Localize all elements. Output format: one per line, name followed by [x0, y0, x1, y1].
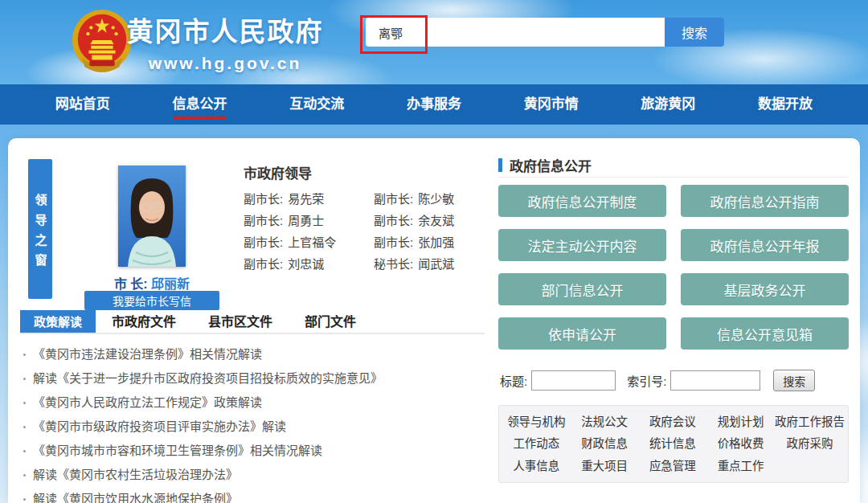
info-panel-title: 政府信息公开 — [510, 155, 592, 175]
title-search-label: 标题: — [500, 372, 527, 389]
official-name-link[interactable]: 上官福令 — [288, 235, 336, 250]
doc-tab[interactable]: 市政府文件 — [96, 310, 192, 333]
doc-tab[interactable]: 县市区文件 — [192, 310, 289, 333]
site-title: 黄冈市人民政府 — [125, 10, 326, 49]
index-number-input[interactable] — [670, 370, 760, 391]
quick-link[interactable]: 财政信息 — [571, 436, 639, 452]
quick-link[interactable]: 统计信息 — [639, 436, 707, 452]
nav-item[interactable]: 互动交流 — [283, 84, 350, 125]
page: 黄冈市人民政府 www.hg.gov.cn 搜索 网站首页 信息公开 互动交流 … — [0, 0, 868, 503]
article-link[interactable]: 解读《黄冈市饮用水水源地保护条例》 — [22, 487, 486, 503]
index-search-row: 标题: 索引号: 搜索 — [500, 370, 849, 391]
quick-link[interactable]: 政府工作报告 — [775, 414, 845, 430]
main-content: 领导之窗 — [8, 138, 860, 503]
nav-item[interactable]: 数据开放 — [751, 84, 819, 125]
doc-tab[interactable]: 政策解读 — [20, 310, 96, 333]
official-name-link[interactable]: 张加强 — [418, 235, 454, 250]
info-disclosure-button[interactable]: 信息公开意见箱 — [681, 317, 849, 350]
main-nav: 网站首页 信息公开 互动交流 办事服务 黄冈市情 旅游黄冈 数据开放 — [0, 84, 868, 125]
header-search-input[interactable] — [366, 18, 665, 47]
info-disclosure-button[interactable]: 政府信息公开年报 — [681, 229, 849, 261]
official-name-link[interactable]: 余友斌 — [418, 214, 454, 228]
official-name-link[interactable]: 刘忠诚 — [288, 257, 324, 272]
title-search-input[interactable] — [531, 370, 616, 391]
official-name-link[interactable]: 闻武斌 — [418, 257, 454, 272]
official-name-link[interactable]: 易先荣 — [288, 192, 324, 207]
official-title: 副市长: — [244, 214, 283, 228]
index-search-button[interactable]: 搜索 — [773, 370, 815, 391]
info-button-grid: 政府信息公开制度 政府信息公开指南 法定主动公开内容 政府信息公开年报 部门信息… — [498, 185, 849, 350]
info-disclosure-button[interactable]: 政府信息公开制度 — [498, 185, 666, 217]
leaders-grid: 副市长: 易先荣 副市长: 陈少敏 副市长: 周勇士 — [244, 192, 485, 272]
official-name-link[interactable]: 陈少敏 — [418, 192, 454, 207]
panel-divider — [498, 177, 849, 178]
leader-window-tab[interactable]: 领导之窗 — [28, 159, 52, 299]
document-tabs: 政策解读 市政府文件 县市区文件 部门文件 — [20, 310, 485, 334]
quick-link[interactable]: 人事信息 — [502, 458, 571, 474]
official-entry: 副市长: 张加强 — [374, 235, 485, 250]
quick-link[interactable]: 政府会议 — [639, 414, 707, 430]
quick-link[interactable]: 规划计划 — [706, 414, 775, 430]
nav-item[interactable]: 网站首页 — [49, 84, 117, 125]
header-accent-bar — [498, 158, 502, 172]
article-link[interactable]: 《黄冈市城市市容和环境卫生管理条例》相关情况解读 — [22, 439, 486, 463]
official-entry: 副市长: 陈少敏 — [374, 192, 485, 207]
official-title: 副市长: — [244, 235, 283, 250]
write-to-mayor-button[interactable]: 我要给市长写信 — [84, 291, 219, 310]
info-disclosure-button[interactable]: 依申请公开 — [498, 317, 666, 350]
official-title: 副市长: — [374, 214, 413, 228]
doc-tab[interactable]: 部门文件 — [289, 310, 372, 333]
info-disclosure-button[interactable]: 基层政务公开 — [681, 273, 849, 305]
info-panel-header: 政府信息公开 — [498, 155, 592, 175]
header-search-button[interactable]: 搜索 — [665, 18, 724, 47]
official-entry: 副市长: 上官福令 — [244, 235, 374, 250]
mayor-line: 市 长: 邱丽新 — [64, 273, 240, 292]
article-link[interactable]: 解读《关于进一步提升市区政府投资项目招投标质效的实施意见》 — [22, 366, 486, 391]
official-name-link[interactable]: 周勇士 — [288, 214, 324, 228]
official-entry: 副市长: 易先荣 — [244, 192, 374, 207]
quick-link[interactable]: 价格收费 — [706, 436, 775, 452]
quick-link[interactable]: 领导与机构 — [502, 414, 571, 430]
mayor-label: 市 长: — [114, 277, 148, 291]
official-entry: 副市长: 余友斌 — [374, 214, 485, 228]
official-entry: 副市长: 周勇士 — [244, 214, 374, 228]
info-disclosure-button[interactable]: 政府信息公开指南 — [681, 185, 849, 217]
quick-link[interactable]: 重点工作 — [706, 458, 775, 474]
official-title: 副市长: — [244, 257, 283, 272]
quick-links-panel: 领导与机构 法规公文 政府会议 规划计划 政府工作报告 工作动态 财政信息 统计… — [498, 405, 849, 483]
header-search: 搜索 — [366, 18, 724, 47]
mayor-photo[interactable] — [118, 166, 186, 267]
article-link[interactable]: 解读《黄冈市农村生活垃圾治理办法》 — [22, 463, 486, 487]
quick-link[interactable]: 政府采购 — [775, 436, 845, 452]
quick-link[interactable]: 应急管理 — [639, 458, 707, 474]
leaders-section-title: 市政府领导 — [244, 162, 485, 182]
official-title: 副市长: — [244, 192, 283, 207]
index-number-label: 索引号: — [627, 372, 666, 389]
quick-link[interactable]: 工作动态 — [502, 436, 571, 452]
quick-link[interactable]: 重大项目 — [571, 458, 639, 474]
mayor-name-link[interactable]: 邱丽新 — [151, 277, 190, 291]
official-entry: 秘书长: 闻武斌 — [374, 257, 485, 272]
nav-item[interactable]: 黄冈市情 — [518, 84, 585, 125]
official-entry: 副市长: 刘忠诚 — [244, 257, 374, 272]
nav-item[interactable]: 办事服务 — [400, 84, 468, 125]
nav-item[interactable]: 旅游黄冈 — [634, 84, 702, 125]
site-header: 黄冈市人民政府 www.hg.gov.cn 搜索 — [0, 0, 868, 84]
quick-link[interactable]: 法规公文 — [571, 414, 639, 430]
government-leaders: 市政府领导 副市长: 易先荣 副市长: 陈少敏 — [244, 162, 485, 272]
article-link[interactable]: 《黄冈市人民政府立法工作规定》政策解读 — [22, 391, 486, 415]
site-url: www.hg.gov.cn — [125, 54, 326, 73]
official-title: 副市长: — [374, 192, 413, 207]
right-column: 政府信息公开 政府信息公开制度 政府信息公开指南 法定主动公开内容 政府信息公开… — [498, 138, 849, 503]
left-column: 领导之窗 — [20, 138, 486, 503]
article-list: 《黄冈市违法建设治理条例》相关情况解读 解读《关于进一步提升市区政府投资项目招投… — [22, 342, 486, 503]
article-link[interactable]: 《黄冈市市级政府投资项目评审实施办法》解读 — [22, 415, 486, 439]
site-identity: 黄冈市人民政府 www.hg.gov.cn — [125, 10, 326, 73]
official-title: 秘书长: — [374, 257, 413, 272]
official-title: 副市长: — [374, 235, 413, 250]
nav-item[interactable]: 信息公开 — [166, 84, 234, 125]
article-link[interactable]: 《黄冈市违法建设治理条例》相关情况解读 — [22, 342, 486, 366]
info-disclosure-button[interactable]: 部门信息公开 — [498, 273, 666, 305]
info-disclosure-button[interactable]: 法定主动公开内容 — [498, 229, 666, 261]
